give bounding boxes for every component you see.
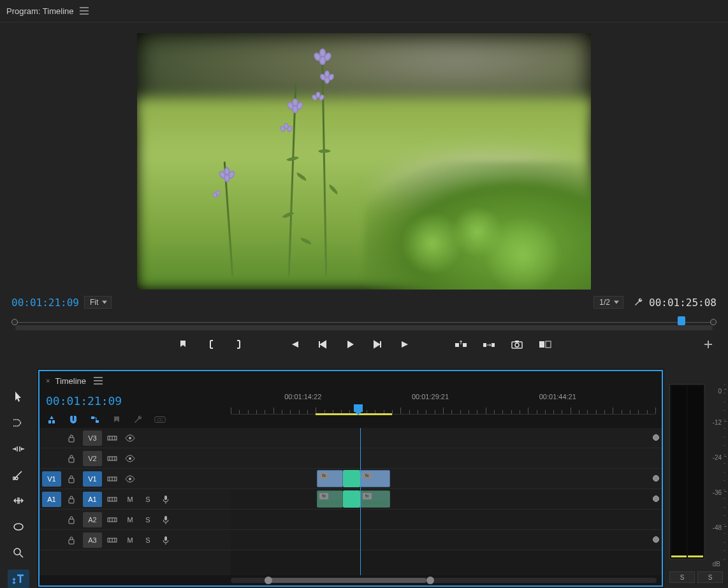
sync-lock-icon[interactable] [105,492,120,507]
source-patch[interactable] [42,451,61,466]
solo-left-button[interactable]: S [669,571,695,583]
hscroll-right-handle[interactable] [426,577,434,584]
snap-icon[interactable] [68,414,79,425]
export-frame-button[interactable] [510,337,524,351]
mark-out-button[interactable] [232,337,246,351]
track-target[interactable]: V2 [83,451,102,466]
fx-badge-icon[interactable]: fx [319,473,328,479]
track-lane[interactable] [231,428,662,448]
scrub-start-handle[interactable] [11,319,18,325]
razor-tool[interactable] [8,466,29,484]
transition-clip[interactable] [343,490,360,508]
track-lane[interactable] [231,530,662,550]
track-lane[interactable]: fxfx [231,489,662,510]
solo-button[interactable]: S [140,512,156,527]
track-target[interactable]: A1 [83,492,102,507]
zoom-tool[interactable] [8,544,29,562]
sync-lock-icon[interactable] [105,533,120,548]
captions-icon[interactable]: CC [154,414,166,425]
lock-icon[interactable] [64,451,79,466]
solo-button[interactable]: S [140,533,156,548]
timeline-tab-label[interactable]: Timeline [55,376,86,386]
solo-right-button[interactable]: S [697,571,723,583]
audio-clip[interactable]: fx [317,490,343,508]
keyframe-dot[interactable] [653,496,659,502]
mute-button[interactable]: M [122,533,138,548]
pen-tool[interactable] [8,518,29,536]
keyframe-dot[interactable] [653,434,659,441]
comparison-view-button[interactable] [538,337,552,351]
voice-over-icon[interactable] [158,492,173,507]
toggle-track-output-icon[interactable] [122,471,138,487]
play-button[interactable] [343,337,357,351]
program-scrubber[interactable] [0,312,728,332]
resolution-dropdown[interactable]: 1/2 [593,296,623,309]
lift-button[interactable] [454,337,468,351]
sync-lock-icon[interactable] [105,512,120,527]
lock-icon[interactable] [64,471,79,487]
keyframe-dot[interactable] [653,475,659,481]
timeline-timecode[interactable]: 00:01:21:09 [46,393,231,411]
mute-button[interactable]: M [122,512,138,527]
source-patch[interactable] [42,512,61,527]
sync-lock-icon[interactable] [105,451,120,466]
extract-button[interactable] [482,337,496,351]
source-patch[interactable] [42,430,61,446]
add-marker-button[interactable] [176,337,190,351]
voice-over-icon[interactable] [158,512,173,527]
fx-badge-icon[interactable]: fx [363,473,372,479]
fx-badge-icon[interactable]: fx [319,493,328,499]
playhead-line[interactable] [360,428,361,575]
track-content[interactable]: fxfxfxfx [231,428,662,575]
in-out-range[interactable] [316,413,392,415]
video-clip[interactable]: fx [360,470,390,487]
source-patch[interactable]: A1 [42,492,61,507]
track-select-tool[interactable] [8,414,29,432]
lock-icon[interactable] [64,512,79,527]
timeline-menu-icon[interactable] [94,377,103,385]
lock-icon[interactable] [64,430,79,446]
lock-icon[interactable] [64,492,79,507]
track-target[interactable]: A2 [83,512,102,527]
toggle-track-output-icon[interactable] [122,451,138,466]
slip-tool[interactable] [8,492,29,510]
marker-settings-icon[interactable] [111,414,122,425]
linked-selection-icon[interactable] [89,414,101,425]
zoom-dropdown[interactable]: Fit [84,296,112,309]
track-lane[interactable] [231,448,662,469]
lock-icon[interactable] [64,533,79,548]
track-lane[interactable]: fxfx [231,469,662,489]
audio-clip[interactable]: fx [360,490,390,508]
ripple-edit-tool[interactable] [8,440,29,459]
video-clip[interactable]: fx [317,470,343,487]
sync-lock-icon[interactable] [105,471,120,487]
source-patch[interactable] [42,533,61,548]
selection-tool[interactable] [8,388,29,406]
timeline-settings-icon[interactable] [133,414,144,425]
track-target[interactable]: V1 [83,471,102,487]
keyframe-dot[interactable] [653,536,659,543]
scrub-playhead[interactable] [678,316,685,325]
fx-badge-icon[interactable]: fx [363,493,372,499]
go-to-out-button[interactable] [399,337,413,351]
toggle-track-output-icon[interactable] [122,430,138,446]
program-menu-icon[interactable] [80,7,89,15]
track-lane[interactable] [231,510,662,530]
hscroll-left-handle[interactable] [265,577,272,584]
scrub-end-handle[interactable] [710,319,717,325]
nest-toggle-icon[interactable] [46,414,57,425]
voice-over-icon[interactable] [158,533,173,548]
source-patch[interactable]: V1 [42,471,61,487]
close-tab-icon[interactable]: × [46,377,50,385]
program-current-timecode[interactable]: 00:01:21:09 [11,297,79,309]
timeline-horizontal-scroll[interactable] [40,575,662,585]
step-forward-button[interactable] [371,337,385,351]
mark-in-button[interactable] [204,337,218,351]
program-viewer[interactable] [137,33,591,290]
mute-button[interactable]: M [122,492,138,507]
step-back-button[interactable] [315,337,329,351]
track-target[interactable]: A3 [83,533,102,548]
go-to-in-button[interactable] [287,337,301,351]
type-tool[interactable] [8,570,29,588]
timeline-ruler[interactable]: 00:01:14:2200:01:29:2100:01:44:21 [231,393,655,415]
